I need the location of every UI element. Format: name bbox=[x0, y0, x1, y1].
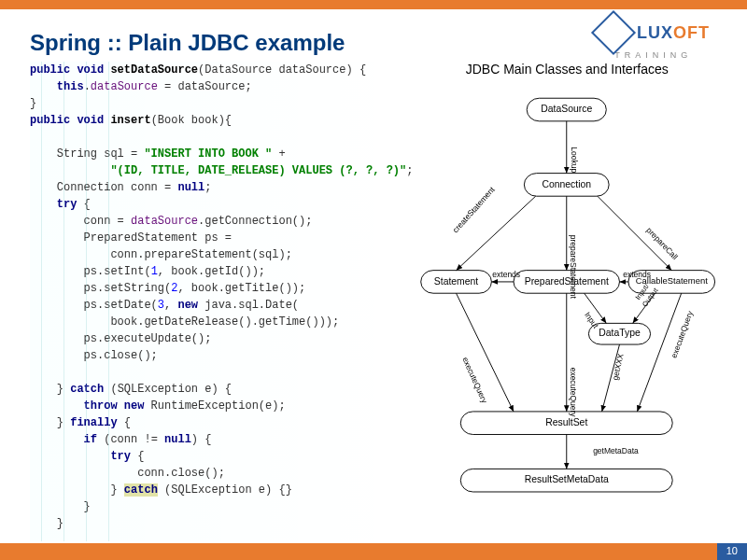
diagram-title: JDBC Main Classes and Interfaces bbox=[416, 62, 717, 77]
svg-text:ResultSet: ResultSet bbox=[546, 417, 588, 427]
logo: LUXOFT TRAINING bbox=[598, 17, 710, 60]
svg-text:createStatement: createStatement bbox=[451, 185, 498, 235]
logo-text: LUXOFT bbox=[637, 23, 710, 43]
svg-text:PreparedStatement: PreparedStatement bbox=[525, 276, 609, 287]
svg-text:Connection: Connection bbox=[543, 179, 592, 189]
svg-text:Statement: Statement bbox=[434, 276, 478, 287]
svg-text:ResultSetMetaData: ResultSetMetaData bbox=[525, 474, 609, 484]
svg-text:Lookup: Lookup bbox=[571, 147, 580, 173]
jdbc-diagram-svg: DataSource Connection Statement Prepared… bbox=[416, 82, 717, 511]
svg-text:extends: extends bbox=[624, 270, 652, 279]
svg-text:prepareStatement: prepareStatement bbox=[570, 235, 579, 300]
svg-text:getMetaData: getMetaData bbox=[594, 446, 640, 455]
svg-text:DataSource: DataSource bbox=[542, 104, 593, 114]
svg-text:executeQuery: executeQuery bbox=[570, 368, 579, 418]
page-number: 10 bbox=[717, 543, 747, 560]
diagram: JDBC Main Classes and Interfaces DataSou… bbox=[416, 62, 717, 541]
svg-text:prepareCall: prepareCall bbox=[645, 226, 681, 262]
svg-text:extends: extends bbox=[493, 270, 521, 279]
top-accent-bar bbox=[0, 0, 747, 9]
svg-text:getXXX: getXXX bbox=[611, 353, 626, 382]
svg-text:executeQuery: executeQuery bbox=[461, 356, 490, 405]
svg-text:DataType: DataType bbox=[599, 328, 641, 338]
logo-diamond-icon bbox=[591, 10, 636, 55]
code-block: public void setDataSource(DataSource dat… bbox=[30, 62, 413, 541]
footer-bar bbox=[0, 543, 747, 560]
